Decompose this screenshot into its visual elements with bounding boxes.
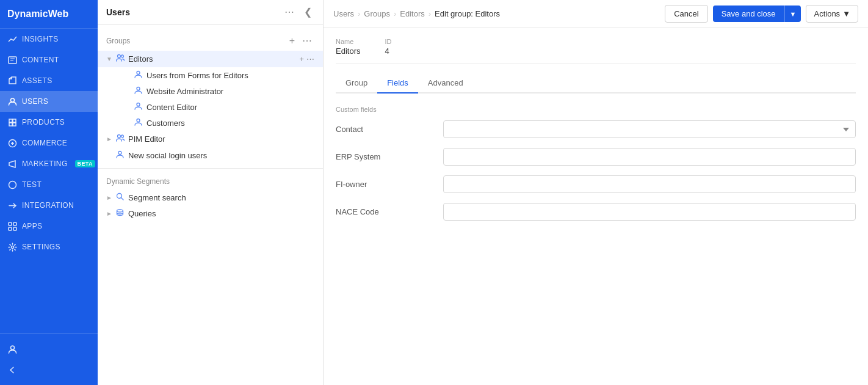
users-from-forms-label: Users from Forms for Editors [146, 71, 314, 80]
content-icon [7, 55, 17, 65]
meta-id-field: ID 4 [385, 38, 391, 56]
nav-item-users[interactable]: USERS [0, 91, 98, 112]
user-icon-admin [134, 86, 144, 96]
tree-divider [98, 168, 323, 169]
svg-rect-7 [13, 123, 16, 126]
add-group-button[interactable]: + [287, 35, 297, 47]
tab-group[interactable]: Group [336, 73, 377, 94]
actions-button[interactable]: Actions ▼ [806, 5, 858, 23]
meta-name-field: Name Editors [336, 38, 360, 56]
svg-point-15 [10, 346, 14, 350]
nav-item-test[interactable]: TEST [0, 174, 98, 195]
svg-rect-12 [9, 227, 12, 230]
beta-badge: BETA [75, 160, 95, 167]
nav-item-settings[interactable]: SETTINGS [0, 237, 98, 257]
nav-item-collapse[interactable] [0, 359, 98, 380]
nav-item-marketing[interactable]: MARKETING BETA [0, 153, 98, 174]
panel-collapse-button[interactable]: ❮ [302, 6, 314, 18]
queries-chevron: ► [106, 210, 114, 217]
breadcrumb-sep1: › [358, 9, 360, 18]
nav-item-products[interactable]: PRODUCTS [0, 112, 98, 133]
assets-icon [7, 76, 17, 86]
fi-owner-input[interactable] [443, 175, 856, 193]
panel-more-button[interactable]: ⋯ [282, 6, 297, 18]
search-icon [116, 193, 126, 202]
tab-fields[interactable]: Fields [377, 73, 418, 94]
svg-point-21 [137, 119, 140, 122]
actions-label: Actions [814, 9, 840, 18]
user-group-icon [116, 54, 126, 64]
brand-logo[interactable]: DynamicWeb [0, 0, 98, 29]
breadcrumb-sep2: › [394, 9, 396, 18]
nav-label-test: TEST [22, 180, 42, 189]
nav-label-insights: INSIGHTS [22, 35, 59, 43]
editors-more-button[interactable]: ⋯ [306, 54, 314, 64]
id-value: 4 [385, 46, 391, 56]
nav-label-apps: APPS [22, 222, 42, 230]
svg-rect-5 [13, 119, 16, 122]
commerce-icon [7, 138, 17, 148]
breadcrumb: Users › Groups › Editors › Edit group: E… [333, 9, 500, 18]
tree-item-website-admin[interactable]: Website Administrator [116, 83, 323, 99]
tree-item-content-editor[interactable]: Content Editor [116, 99, 323, 115]
svg-line-26 [121, 198, 124, 200]
user-icon-social [116, 150, 126, 160]
breadcrumb-current: Edit group: Editors [435, 9, 500, 18]
contact-label: Contact [336, 125, 433, 134]
nav-item-profile[interactable] [0, 339, 98, 359]
website-admin-label: Website Administrator [146, 87, 314, 96]
nav-item-insights[interactable]: INSIGHTS [0, 29, 98, 50]
nav-item-apps[interactable]: APPS [0, 216, 98, 237]
header-actions: Cancel Save and close ▼ Actions ▼ [665, 5, 858, 23]
profile-icon [7, 344, 17, 354]
svg-point-16 [118, 55, 121, 58]
apps-icon [7, 221, 17, 231]
nav-label-products: PRODUCTS [22, 118, 65, 127]
groups-more-button[interactable]: ⋯ [300, 35, 314, 47]
integration-icon [7, 200, 17, 210]
tree-item-editors[interactable]: ▼ Editors + ⋯ [98, 51, 323, 67]
nav-item-content[interactable]: CONTENT [0, 50, 98, 70]
nav-item-commerce[interactable]: COMMERCE [0, 133, 98, 153]
breadcrumb-editors[interactable]: Editors [400, 9, 424, 18]
queries-icon [116, 208, 126, 218]
tree-item-new-social-login[interactable]: New social login users [98, 147, 323, 163]
meta-row: Name Editors ID 4 [336, 38, 856, 64]
tree-item-segment-search[interactable]: ► Segment search [98, 189, 323, 205]
tree-item-pim-editor[interactable]: ► PIM Editor [98, 131, 323, 147]
breadcrumb-users[interactable]: Users [333, 9, 354, 18]
tab-advanced[interactable]: Advanced [418, 73, 473, 94]
save-close-group: Save and close ▼ [713, 6, 801, 22]
tree-item-customers[interactable]: Customers [116, 115, 323, 131]
nav-item-integration[interactable]: INTEGRATION [0, 195, 98, 216]
nav-item-assets[interactable]: ASSETS [0, 70, 98, 91]
erp-input[interactable] [443, 148, 856, 166]
breadcrumb-groups[interactable]: Groups [364, 9, 390, 18]
save-dropdown-button[interactable]: ▼ [784, 6, 801, 22]
contact-select[interactable] [443, 120, 856, 138]
svg-rect-13 [13, 227, 16, 230]
svg-point-18 [137, 72, 140, 75]
cancel-button[interactable]: Cancel [665, 5, 707, 23]
segment-search-chevron: ► [106, 194, 114, 201]
save-close-button[interactable]: Save and close [713, 6, 784, 22]
detail-area: Name Editors ID 4 Group Fields Advanced … [324, 28, 868, 385]
user-icon-content [134, 102, 144, 112]
editors-children: Users from Forms for Editors Website Adm… [98, 67, 323, 131]
products-icon [7, 117, 17, 127]
pim-editor-label: PIM Editor [128, 134, 314, 144]
right-panel: Users › Groups › Editors › Edit group: E… [324, 0, 868, 385]
nav-label-marketing: MARKETING [22, 160, 68, 168]
svg-point-14 [11, 246, 13, 248]
editors-add-button[interactable]: + [299, 54, 304, 64]
marketing-icon [7, 159, 17, 169]
groups-label: Groups [106, 37, 130, 45]
middle-panel: Users ⋯ ❮ Groups + ⋯ ▼ Editors + ⋯ [98, 0, 324, 385]
tree-item-queries[interactable]: ► Queries [98, 205, 323, 221]
nace-input[interactable] [443, 203, 856, 221]
svg-point-22 [118, 135, 121, 138]
tree-item-users-from-forms[interactable]: Users from Forms for Editors [116, 67, 323, 83]
detail-tabs: Group Fields Advanced [336, 73, 856, 94]
form-row-nace: NACE Code [336, 203, 856, 221]
nav-label-assets: ASSETS [22, 76, 52, 85]
